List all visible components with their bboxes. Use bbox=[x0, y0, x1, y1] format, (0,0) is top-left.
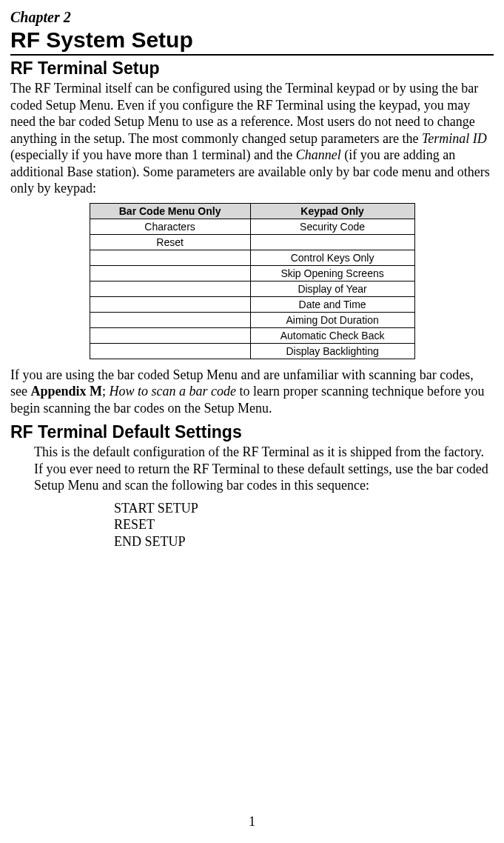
table-cell: Aiming Dot Duration bbox=[250, 312, 414, 327]
table-cell: Display Backlighting bbox=[250, 343, 414, 359]
table-cell bbox=[90, 250, 250, 265]
config-table-wrap: Bar Code Menu Only Keypad Only Character… bbox=[10, 203, 494, 359]
table-cell: Characters bbox=[90, 219, 250, 234]
table-row: Aiming Dot Duration bbox=[90, 312, 414, 327]
table-row: Date and Time bbox=[90, 296, 414, 312]
after-table-paragraph: If you are using the bar coded Setup Men… bbox=[10, 367, 494, 417]
table-cell bbox=[250, 234, 414, 250]
table-cell: Control Keys Only bbox=[250, 250, 414, 265]
table-cell: Security Code bbox=[250, 219, 414, 234]
table-row: Display Backlighting bbox=[90, 343, 414, 359]
table-cell: Automatic Check Back bbox=[250, 327, 414, 343]
intro-paragraph: The RF Terminal itself can be configured… bbox=[10, 80, 494, 197]
section-heading-default-settings: RF Terminal Default Settings bbox=[10, 422, 494, 442]
intro-text-b: (especially if you have more than 1 term… bbox=[10, 147, 296, 162]
table-cell: Date and Time bbox=[250, 296, 414, 312]
after-table-text-b: ; bbox=[102, 384, 110, 399]
chapter-label: Chapter 2 bbox=[10, 9, 494, 26]
table-row: Characters Security Code bbox=[90, 219, 414, 234]
table-header-row: Bar Code Menu Only Keypad Only bbox=[90, 203, 414, 219]
intro-text-a: The RF Terminal itself can be configured… bbox=[10, 81, 478, 146]
barcode-sequence: START SETUP RESET END SETUP bbox=[10, 500, 494, 550]
table-cell: Reset bbox=[90, 234, 250, 250]
table-header-barcode: Bar Code Menu Only bbox=[90, 203, 250, 219]
table-header-keypad: Keypad Only bbox=[250, 203, 414, 219]
sequence-line: RESET bbox=[114, 516, 494, 533]
table-cell bbox=[90, 296, 250, 312]
after-table-em: How to scan a bar code bbox=[110, 384, 236, 399]
table-cell: Skip Opening Screens bbox=[250, 265, 414, 281]
page-title: RF System Setup bbox=[10, 27, 494, 56]
config-table: Bar Code Menu Only Keypad Only Character… bbox=[90, 203, 415, 359]
table-row: Display of Year bbox=[90, 281, 414, 296]
table-cell: Display of Year bbox=[250, 281, 414, 296]
table-cell bbox=[90, 327, 250, 343]
intro-em-terminal-id: Terminal ID bbox=[422, 131, 487, 146]
table-cell bbox=[90, 343, 250, 359]
table-cell bbox=[90, 265, 250, 281]
table-row: Reset bbox=[90, 234, 414, 250]
intro-em-channel: Channel bbox=[296, 147, 341, 162]
section-heading-terminal-setup: RF Terminal Setup bbox=[10, 59, 494, 79]
table-row: Automatic Check Back bbox=[90, 327, 414, 343]
appendix-ref: Appendix M bbox=[30, 384, 102, 399]
page: Chapter 2 RF System Setup RF Terminal Se… bbox=[0, 0, 504, 843]
table-cell bbox=[90, 312, 250, 327]
defaults-paragraph: This is the default configuration of the… bbox=[10, 444, 494, 494]
table-row: Control Keys Only bbox=[90, 250, 414, 265]
sequence-line: END SETUP bbox=[114, 533, 494, 550]
page-number: 1 bbox=[0, 814, 504, 830]
sequence-line: START SETUP bbox=[114, 500, 494, 517]
table-row: Skip Opening Screens bbox=[90, 265, 414, 281]
table-cell bbox=[90, 281, 250, 296]
